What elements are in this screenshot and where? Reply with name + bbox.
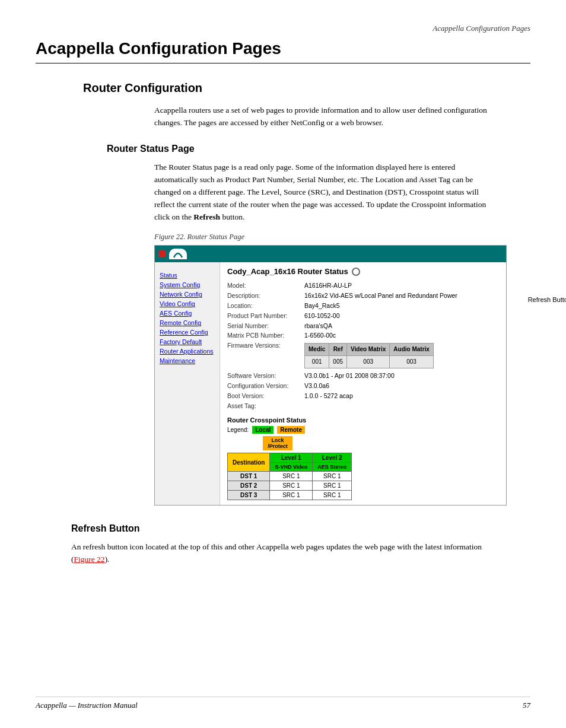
nav-remote-config[interactable]: Remote Config: [155, 318, 220, 328]
legend-remote: Remote: [277, 426, 305, 434]
fw-val-video: 003: [347, 356, 390, 368]
footer-left: Acappella — Instruction Manual: [36, 701, 138, 710]
asset-label: Asset Tag:: [227, 401, 304, 411]
crosspoint-title: Router Crosspoint Status: [227, 417, 499, 424]
cp-row-l2: SRC 1: [313, 491, 352, 500]
nav-factory-default[interactable]: Factory Default: [155, 337, 220, 346]
screen-body: Status System Config Network Config Vide…: [155, 262, 506, 505]
nav-aes-config[interactable]: AES Config: [155, 309, 220, 318]
header-breadcrumb: Acappella Configuration Pages: [36, 24, 530, 33]
section-intro: Acappella routers use a set of web pages…: [154, 104, 495, 129]
boot-value: 1.0.0 - 5272 acap: [304, 391, 353, 401]
cp-row-l1: SRC 1: [270, 481, 313, 491]
figure-caption: Figure 22. Router Status Page: [154, 233, 530, 241]
refresh-annotation: Refresh Button: [528, 296, 566, 303]
matrix-value: 1-6560-00c: [304, 330, 336, 341]
cp-row-l2: SRC 1: [313, 481, 352, 491]
cp-row-l2: SRC 1: [313, 472, 352, 481]
cp-sub-l2: AES Stereo: [313, 463, 352, 472]
cp-th-level2: Level 2: [313, 453, 352, 463]
location-label: Location:: [227, 301, 304, 311]
crosspoint-section: Router Crosspoint Status Legend: Local R…: [227, 417, 499, 500]
figure22-link[interactable]: Figure 22: [74, 555, 105, 564]
description-label: Description:: [227, 291, 304, 301]
legend-local: Local: [252, 426, 274, 434]
fw-val-medic: 001: [305, 356, 329, 368]
cp-th-destination: Destination: [228, 453, 270, 472]
cp-row-l1: SRC 1: [270, 491, 313, 500]
location-value: Bay4_Rack5: [304, 301, 340, 311]
cp-row-l1: SRC 1: [270, 472, 313, 481]
page-title: Acappella Configuration Pages: [36, 39, 530, 63]
legend-row: Legend: Local Remote: [227, 426, 499, 434]
cp-sub-l1: S-VHD Video: [270, 463, 313, 472]
part-value: 610-1052-00: [304, 311, 340, 321]
legend-lock: Lock/Protect: [263, 436, 292, 450]
cp-th-level1: Level 1: [270, 453, 313, 463]
firmware-label: Firmware Versions:: [227, 341, 304, 351]
red-button: [158, 250, 166, 257]
status-title: Cody_Acap_16x16 Router Status: [227, 267, 499, 276]
serial-value: rbara'sQA: [304, 321, 332, 331]
nav-video-config[interactable]: Video Config: [155, 299, 220, 309]
page-footer: Acappella — Instruction Manual 57: [36, 697, 530, 710]
cp-row-dst: DST 2: [228, 481, 270, 491]
screen-content: Cody_Acap_16x16 Router Status Model: A16…: [220, 262, 506, 505]
fw-header-audio: Audio Matrix: [390, 344, 434, 356]
fw-header-video: Video Matrix: [347, 344, 390, 356]
screen-header: [155, 246, 506, 262]
crosspoint-table: Destination Level 1 Level 2 S-VHD Video …: [227, 453, 352, 500]
software-label: Software Version:: [227, 371, 304, 381]
footer-right: 57: [523, 701, 530, 710]
model-value: A1616HR-AU-LP: [304, 281, 352, 291]
matrix-label: Matrix PCB Number:: [227, 330, 304, 341]
boot-label: Boot Version:: [227, 391, 304, 401]
fw-val-audio: 003: [390, 356, 434, 368]
legend-label: Legend:: [227, 427, 249, 433]
nav-status[interactable]: Status: [155, 271, 220, 280]
description-value: 16x16x2 Vid-AES w/Local Panel and Redund…: [304, 291, 457, 301]
fw-header-medic: Medic: [305, 344, 329, 356]
refresh-icon[interactable]: [352, 268, 360, 276]
subsection2-body: An refresh button icon located at the to…: [71, 541, 495, 566]
fw-header-ref: Ref: [329, 344, 347, 356]
cp-row-dst: DST 1: [228, 472, 270, 481]
cp-row-dst: DST 3: [228, 491, 270, 500]
fw-val-ref: 005: [329, 356, 347, 368]
model-label: Model:: [227, 281, 304, 291]
nav-maintenance[interactable]: Maintenance: [155, 356, 220, 365]
nav-network-config[interactable]: Network Config: [155, 290, 220, 299]
subsection1-body: The Router Status page is a read only pa…: [154, 161, 495, 224]
firmware-table: Medic Ref Video Matrix Audio Matrix 001 …: [304, 343, 434, 368]
nav-router-applications[interactable]: Router Applications: [155, 346, 220, 356]
logo: [169, 249, 187, 259]
subsection1-title: Router Status Page: [107, 144, 530, 154]
nav-system-config[interactable]: System Config: [155, 280, 220, 290]
subsection2-title: Refresh Button: [71, 523, 530, 534]
config-value: V3.0.0a6: [304, 381, 329, 391]
software-value: V3.0.0b1 - Apr 01 2008 08:37:00: [304, 371, 395, 381]
screenshot: Status System Config Network Config Vide…: [154, 245, 507, 506]
section-title: Router Configuration: [83, 81, 530, 95]
part-label: Product Part Number:: [227, 311, 304, 321]
nav-reference-config[interactable]: Reference Config: [155, 328, 220, 337]
screen-nav: Status System Config Network Config Vide…: [155, 262, 220, 505]
info-table: Model: A1616HR-AU-LP Description: 16x16x…: [227, 281, 499, 411]
subsection2-body-part1: An refresh button icon located at the to…: [71, 542, 482, 564]
serial-label: Serial Number:: [227, 321, 304, 331]
config-label: Configuration Version:: [227, 381, 304, 391]
subsection2-body-part2: ).: [105, 555, 110, 564]
